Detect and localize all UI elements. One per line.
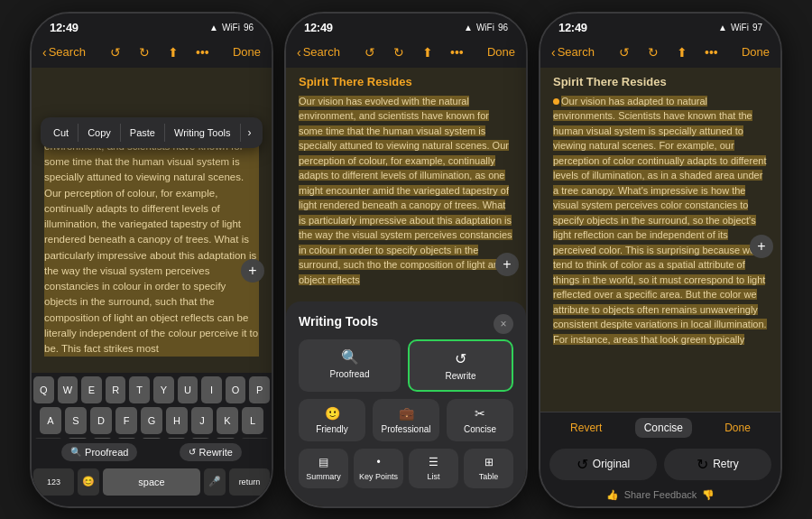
redo-icon-2[interactable]: ↻ [389, 42, 409, 62]
back-chevron-2: ‹ [297, 45, 301, 60]
key-d[interactable]: D [90, 407, 112, 434]
key-mic[interactable]: 🎤 [204, 468, 226, 496]
key-t[interactable]: T [129, 376, 150, 403]
thumb-up-icon[interactable]: 👍 [606, 489, 619, 501]
undo-icon-2[interactable]: ↺ [360, 42, 380, 62]
share-icon-1[interactable]: ⬆ [163, 42, 183, 62]
key-e[interactable]: E [81, 376, 102, 403]
key-p[interactable]: P [249, 376, 270, 403]
thumb-down-icon[interactable]: 👎 [702, 489, 715, 501]
nav-done-3[interactable]: Done [742, 45, 770, 59]
proofread-pill-1[interactable]: 🔍 Proofread [61, 443, 137, 461]
key-h[interactable]: H [166, 407, 188, 434]
content-title-2: Spirit There Resides [299, 75, 513, 88]
nav-icons-1: ↺ ↻ ⬆ ••• [106, 42, 212, 62]
nav-back-label-3: Search [558, 45, 595, 59]
keypoints-label: Key Points [359, 472, 398, 481]
wifi-icon-2: WiFi [476, 23, 494, 32]
status-time-3: 12:49 [558, 21, 587, 34]
proofread-panel-btn[interactable]: 🔍 Proofread [299, 339, 401, 392]
more-icon-3[interactable]: ••• [701, 42, 721, 62]
more-icon-1[interactable]: ••• [192, 42, 212, 62]
writing-tools-item[interactable]: Writing Tools [165, 124, 241, 142]
key-g[interactable]: G [141, 407, 162, 434]
rewrite-pill-1[interactable]: ↺ Rewrite [180, 443, 242, 461]
key-emoji[interactable]: 😊 [78, 468, 99, 496]
nav-bar-3: ‹ Search ↺ ↻ ⬆ ••• Done [540, 39, 780, 68]
status-time-2: 12:49 [304, 21, 333, 34]
concise-panel-btn[interactable]: ✂ Concise [447, 399, 513, 441]
key-r[interactable]: R [106, 376, 126, 403]
key-u[interactable]: U [178, 376, 198, 403]
panel-tertiary-row: ▤ Summary • Key Points ☰ List ⊞ Table [299, 449, 513, 488]
panel-close-btn[interactable]: × [494, 314, 513, 334]
key-i[interactable]: I [201, 376, 222, 403]
wifi-icon-3: WiFi [731, 23, 749, 32]
back-chevron-3: ‹ [551, 45, 556, 60]
nav-back-2[interactable]: ‹ Search [297, 45, 340, 60]
retry-btn[interactable]: ↻ Retry [664, 449, 771, 480]
retry-icon: ↻ [697, 456, 708, 473]
signal-icon-2: ▲ [464, 23, 473, 32]
share-icon-3[interactable]: ⬆ [672, 42, 692, 62]
rewrite-panel-btn[interactable]: ↺ Rewrite [408, 339, 513, 392]
writing-tools-bar-1: 🔍 Proofread ↺ Rewrite [32, 439, 272, 466]
paste-item[interactable]: Paste [121, 124, 165, 142]
key-y[interactable]: Y [153, 376, 174, 403]
key-return[interactable]: return [229, 468, 270, 496]
undo-icon-1[interactable]: ↺ [106, 42, 125, 62]
cut-item[interactable]: Cut [44, 124, 78, 142]
undo-icon-3[interactable]: ↺ [614, 42, 634, 62]
key-k[interactable]: K [217, 407, 238, 434]
summary-panel-btn[interactable]: ▤ Summary [299, 449, 348, 488]
battery-icon-2: 96 [498, 23, 508, 32]
list-panel-btn[interactable]: ☰ List [409, 449, 458, 488]
content-area-3: Spirit There Resides Our vision has adap… [540, 68, 780, 412]
status-time-1: 12:49 [50, 21, 78, 34]
friendly-panel-btn[interactable]: 🙂 Friendly [299, 399, 365, 441]
table-panel-btn[interactable]: ⊞ Table [464, 449, 513, 488]
share-icon-2[interactable]: ⬆ [418, 42, 438, 62]
key-f[interactable]: F [115, 407, 137, 434]
professional-label: Professional [381, 424, 430, 434]
wifi-icon-1: WiFi [222, 23, 240, 32]
content-text-1: Our vision has evolved with the natural … [44, 124, 259, 357]
content-area-1: Cut Copy Paste Writing Tools › Our visio… [32, 68, 272, 373]
key-123[interactable]: 123 [33, 468, 74, 496]
nav-back-3[interactable]: ‹ Search [551, 45, 595, 60]
keyboard-row-4: 123 😊 space 🎤 return [33, 468, 270, 496]
professional-panel-btn[interactable]: 💼 Professional [373, 399, 439, 441]
nav-done-2[interactable]: Done [487, 45, 515, 59]
key-j[interactable]: J [191, 407, 213, 434]
friendly-icon: 🙂 [325, 406, 340, 421]
concise-label: Concise [464, 424, 496, 434]
nav-bar-1: ‹ Search ↺ ↻ ⬆ ••• Done [32, 39, 272, 68]
share-feedback-label[interactable]: Share Feedback [624, 489, 697, 500]
key-s[interactable]: S [65, 407, 87, 434]
context-more-1[interactable]: › [241, 123, 259, 143]
copy-item[interactable]: Copy [78, 124, 121, 142]
add-btn-1[interactable]: + [241, 259, 264, 283]
redo-icon-3[interactable]: ↻ [643, 42, 663, 62]
add-btn-2[interactable]: + [495, 253, 519, 276]
redo-icon-1[interactable]: ↻ [134, 42, 154, 62]
key-space[interactable]: space [103, 468, 201, 496]
writing-tools-panel: × Writing Tools 🔍 Proofread ↺ Rewrite 🙂 … [286, 301, 526, 506]
more-icon-2[interactable]: ••• [447, 42, 466, 62]
concise-tab[interactable]: Concise [635, 418, 692, 438]
key-a[interactable]: A [40, 407, 61, 434]
content-title-3: Spirit There Resides [553, 75, 768, 88]
key-o[interactable]: O [226, 376, 246, 403]
revert-tab[interactable]: Revert [561, 418, 611, 438]
highlighted-text-2: Our vision has evolved with the natural … [299, 96, 512, 285]
key-l[interactable]: L [242, 407, 263, 434]
nav-done-1[interactable]: Done [233, 45, 261, 59]
keypoints-panel-btn[interactable]: • Key Points [354, 449, 403, 488]
add-btn-3[interactable]: + [750, 235, 773, 258]
proofread-panel-label: Proofread [330, 369, 370, 379]
nav-back-1[interactable]: ‹ Search [42, 45, 86, 60]
done-tab[interactable]: Done [715, 418, 760, 438]
original-btn[interactable]: ↺ Original [549, 449, 657, 480]
key-q[interactable]: Q [33, 376, 54, 403]
key-w[interactable]: W [58, 376, 78, 403]
